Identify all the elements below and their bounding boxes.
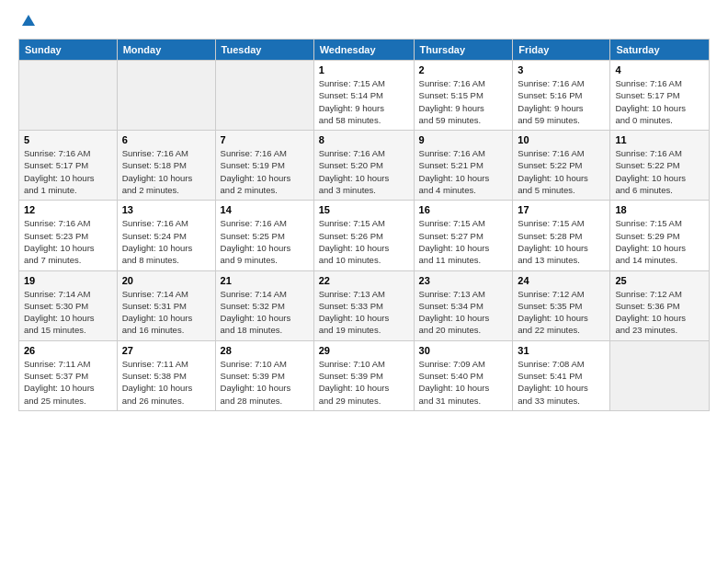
day-info: Sunrise: 7:12 AM Sunset: 5:35 PM Dayligh… xyxy=(518,288,605,337)
day-info: Sunrise: 7:15 AM Sunset: 5:14 PM Dayligh… xyxy=(319,77,409,126)
day-number: 12 xyxy=(24,204,112,215)
calendar-cell: 14Sunrise: 7:16 AM Sunset: 5:25 PM Dayli… xyxy=(215,201,313,270)
calendar-cell: 17Sunrise: 7:15 AM Sunset: 5:28 PM Dayli… xyxy=(513,201,610,270)
day-number: 11 xyxy=(615,134,704,145)
logo xyxy=(18,15,37,29)
day-info: Sunrise: 7:16 AM Sunset: 5:16 PM Dayligh… xyxy=(518,77,605,126)
calendar-week-3: 12Sunrise: 7:16 AM Sunset: 5:23 PM Dayli… xyxy=(19,201,710,270)
day-info: Sunrise: 7:16 AM Sunset: 5:15 PM Dayligh… xyxy=(419,77,508,126)
day-info: Sunrise: 7:16 AM Sunset: 5:24 PM Dayligh… xyxy=(122,217,210,266)
calendar-cell: 15Sunrise: 7:15 AM Sunset: 5:26 PM Dayli… xyxy=(313,201,414,270)
day-number: 30 xyxy=(419,345,508,356)
day-info: Sunrise: 7:08 AM Sunset: 5:41 PM Dayligh… xyxy=(518,358,605,407)
day-info: Sunrise: 7:10 AM Sunset: 5:39 PM Dayligh… xyxy=(221,358,309,407)
day-info: Sunrise: 7:16 AM Sunset: 5:17 PM Dayligh… xyxy=(615,77,704,126)
day-number: 17 xyxy=(518,204,605,215)
day-info: Sunrise: 7:16 AM Sunset: 5:20 PM Dayligh… xyxy=(319,147,409,196)
day-info: Sunrise: 7:15 AM Sunset: 5:27 PM Dayligh… xyxy=(419,217,508,266)
day-number: 29 xyxy=(319,345,409,356)
day-info: Sunrise: 7:15 AM Sunset: 5:29 PM Dayligh… xyxy=(615,217,704,266)
calendar-header-wednesday: Wednesday xyxy=(313,40,414,61)
day-info: Sunrise: 7:16 AM Sunset: 5:21 PM Dayligh… xyxy=(419,147,508,196)
calendar-header-tuesday: Tuesday xyxy=(215,40,313,61)
calendar-cell: 18Sunrise: 7:15 AM Sunset: 5:29 PM Dayli… xyxy=(610,201,710,270)
day-info: Sunrise: 7:11 AM Sunset: 5:38 PM Dayligh… xyxy=(122,358,210,407)
day-number: 27 xyxy=(122,345,210,356)
calendar-cell: 22Sunrise: 7:13 AM Sunset: 5:33 PM Dayli… xyxy=(313,270,414,340)
day-info: Sunrise: 7:10 AM Sunset: 5:39 PM Dayligh… xyxy=(319,358,409,407)
header xyxy=(18,15,710,29)
day-number: 26 xyxy=(24,345,112,356)
day-info: Sunrise: 7:13 AM Sunset: 5:33 PM Dayligh… xyxy=(319,288,409,337)
calendar-cell: 3Sunrise: 7:16 AM Sunset: 5:16 PM Daylig… xyxy=(513,61,610,131)
calendar-cell: 31Sunrise: 7:08 AM Sunset: 5:41 PM Dayli… xyxy=(513,340,610,410)
calendar-cell xyxy=(610,340,710,410)
calendar-cell: 10Sunrise: 7:16 AM Sunset: 5:22 PM Dayli… xyxy=(513,131,610,201)
day-number: 14 xyxy=(221,204,309,215)
calendar-cell: 8Sunrise: 7:16 AM Sunset: 5:20 PM Daylig… xyxy=(313,131,414,201)
calendar-cell: 12Sunrise: 7:16 AM Sunset: 5:23 PM Dayli… xyxy=(19,201,118,270)
day-info: Sunrise: 7:16 AM Sunset: 5:18 PM Dayligh… xyxy=(122,147,210,196)
day-number: 23 xyxy=(419,275,508,286)
day-number: 31 xyxy=(518,345,605,356)
day-number: 7 xyxy=(221,134,309,145)
calendar-cell: 19Sunrise: 7:14 AM Sunset: 5:30 PM Dayli… xyxy=(19,270,118,340)
calendar-cell: 16Sunrise: 7:15 AM Sunset: 5:27 PM Dayli… xyxy=(414,201,513,270)
calendar-week-2: 5Sunrise: 7:16 AM Sunset: 5:17 PM Daylig… xyxy=(19,131,710,201)
calendar-cell: 4Sunrise: 7:16 AM Sunset: 5:17 PM Daylig… xyxy=(610,61,710,131)
calendar-cell: 27Sunrise: 7:11 AM Sunset: 5:38 PM Dayli… xyxy=(117,340,215,410)
day-number: 13 xyxy=(122,204,210,215)
calendar-header-saturday: Saturday xyxy=(610,40,710,61)
day-number: 16 xyxy=(419,204,508,215)
calendar-header-friday: Friday xyxy=(513,40,610,61)
calendar-cell: 13Sunrise: 7:16 AM Sunset: 5:24 PM Dayli… xyxy=(117,201,215,270)
calendar-cell: 11Sunrise: 7:16 AM Sunset: 5:22 PM Dayli… xyxy=(610,131,710,201)
day-info: Sunrise: 7:11 AM Sunset: 5:37 PM Dayligh… xyxy=(24,358,112,407)
day-number: 10 xyxy=(518,134,605,145)
day-number: 18 xyxy=(615,204,704,215)
calendar-header-thursday: Thursday xyxy=(414,40,513,61)
day-info: Sunrise: 7:16 AM Sunset: 5:23 PM Dayligh… xyxy=(24,217,112,266)
day-info: Sunrise: 7:15 AM Sunset: 5:28 PM Dayligh… xyxy=(518,217,605,266)
calendar-cell: 21Sunrise: 7:14 AM Sunset: 5:32 PM Dayli… xyxy=(215,270,313,340)
day-info: Sunrise: 7:15 AM Sunset: 5:26 PM Dayligh… xyxy=(319,217,409,266)
calendar-cell xyxy=(215,61,313,131)
calendar-cell: 30Sunrise: 7:09 AM Sunset: 5:40 PM Dayli… xyxy=(414,340,513,410)
day-info: Sunrise: 7:16 AM Sunset: 5:25 PM Dayligh… xyxy=(221,217,309,266)
day-number: 15 xyxy=(319,204,409,215)
day-number: 3 xyxy=(518,64,605,75)
calendar-cell xyxy=(19,61,118,131)
day-number: 6 xyxy=(122,134,210,145)
calendar-cell: 23Sunrise: 7:13 AM Sunset: 5:34 PM Dayli… xyxy=(414,270,513,340)
day-info: Sunrise: 7:16 AM Sunset: 5:22 PM Dayligh… xyxy=(615,147,704,196)
day-info: Sunrise: 7:14 AM Sunset: 5:31 PM Dayligh… xyxy=(122,288,210,337)
day-number: 9 xyxy=(419,134,508,145)
day-number: 22 xyxy=(319,275,409,286)
page: SundayMondayTuesdayWednesdayThursdayFrid… xyxy=(0,0,728,563)
day-info: Sunrise: 7:13 AM Sunset: 5:34 PM Dayligh… xyxy=(419,288,508,337)
day-number: 25 xyxy=(615,275,704,286)
day-number: 2 xyxy=(419,64,508,75)
logo-icon xyxy=(20,13,37,29)
calendar-header-monday: Monday xyxy=(117,40,215,61)
calendar-cell: 1Sunrise: 7:15 AM Sunset: 5:14 PM Daylig… xyxy=(313,61,414,131)
calendar-cell: 20Sunrise: 7:14 AM Sunset: 5:31 PM Dayli… xyxy=(117,270,215,340)
day-number: 28 xyxy=(221,345,309,356)
calendar-cell: 9Sunrise: 7:16 AM Sunset: 5:21 PM Daylig… xyxy=(414,131,513,201)
calendar-cell: 28Sunrise: 7:10 AM Sunset: 5:39 PM Dayli… xyxy=(215,340,313,410)
calendar-header-sunday: Sunday xyxy=(19,40,118,61)
calendar-header-row: SundayMondayTuesdayWednesdayThursdayFrid… xyxy=(19,40,710,61)
day-info: Sunrise: 7:16 AM Sunset: 5:17 PM Dayligh… xyxy=(24,147,112,196)
calendar-cell: 24Sunrise: 7:12 AM Sunset: 5:35 PM Dayli… xyxy=(513,270,610,340)
day-info: Sunrise: 7:12 AM Sunset: 5:36 PM Dayligh… xyxy=(615,288,704,337)
day-number: 4 xyxy=(615,64,704,75)
day-info: Sunrise: 7:16 AM Sunset: 5:22 PM Dayligh… xyxy=(518,147,605,196)
day-number: 8 xyxy=(319,134,409,145)
calendar-cell: 6Sunrise: 7:16 AM Sunset: 5:18 PM Daylig… xyxy=(117,131,215,201)
day-info: Sunrise: 7:09 AM Sunset: 5:40 PM Dayligh… xyxy=(419,358,508,407)
calendar-cell: 7Sunrise: 7:16 AM Sunset: 5:19 PM Daylig… xyxy=(215,131,313,201)
svg-marker-0 xyxy=(22,15,35,26)
calendar-week-4: 19Sunrise: 7:14 AM Sunset: 5:30 PM Dayli… xyxy=(19,270,710,340)
calendar-cell: 26Sunrise: 7:11 AM Sunset: 5:37 PM Dayli… xyxy=(19,340,118,410)
day-info: Sunrise: 7:14 AM Sunset: 5:30 PM Dayligh… xyxy=(24,288,112,337)
